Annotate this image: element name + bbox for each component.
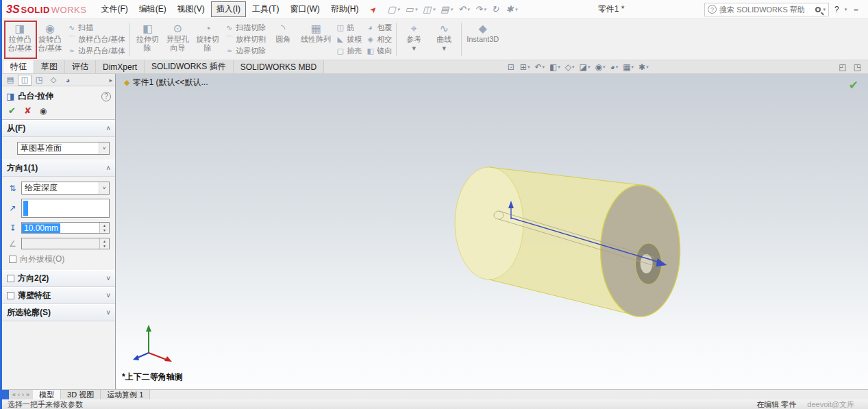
tab-solidworks-mbd[interactable]: SOLIDWORKS MBD — [234, 60, 324, 73]
first-tab-icon[interactable]: « — [12, 391, 16, 398]
chevron-down-icon[interactable]: ▾ — [823, 7, 826, 12]
spin-up-icon[interactable]: ▲ — [100, 238, 109, 244]
reference-geometry-button[interactable]: ⌖ 参考 ▾ — [399, 20, 429, 59]
tab-sketch[interactable]: 草图 — [34, 60, 65, 73]
view-orientation-icon[interactable]: ◇▾ — [565, 62, 575, 72]
swept-boss-button[interactable]: ∿ 扫描 — [67, 22, 125, 33]
cancel-button[interactable]: ✘ — [24, 106, 32, 116]
tab-evaluate[interactable]: 评估 — [65, 60, 96, 73]
tab-solidworks-addins[interactable]: SOLIDWORKS 插件 — [145, 60, 234, 73]
boundary-cut-button[interactable]: ≈ 边界切除 — [225, 45, 266, 56]
menu-view[interactable]: 视图(V) — [173, 2, 210, 16]
previous-view-icon[interactable]: ↶▾ — [534, 62, 545, 72]
revolved-boss-button[interactable]: ◉ 旋转凸 台/基体 — [35, 20, 65, 59]
end-condition-select[interactable]: 给定深度 ˅ — [21, 182, 110, 195]
lofted-boss-button[interactable]: ⌒ 放样凸台/基体 — [67, 34, 125, 45]
last-tab-icon[interactable]: » — [26, 391, 29, 398]
edit-appearance-icon[interactable]: ◕▾ — [610, 62, 618, 72]
menu-window[interactable]: 窗口(W) — [285, 2, 324, 16]
section-thin-feature-header[interactable]: 薄壁特征 ˅ — [2, 287, 115, 304]
swept-cut-button[interactable]: ∿ 扫描切除 — [225, 22, 266, 33]
save-button[interactable]: ◫ ▾ — [419, 4, 436, 14]
print-button[interactable]: ▤ ▾ — [437, 4, 454, 14]
search-input[interactable] — [719, 5, 812, 14]
tab-motion-study[interactable]: 运动算例 1 — [101, 390, 150, 399]
section-selected-contours-header[interactable]: 所选轮廓(S) ˅ — [2, 304, 115, 321]
section-view-icon[interactable]: ◧▾ — [549, 62, 560, 72]
extruded-cut-button[interactable]: ◧ 拉伸切 除 — [132, 20, 162, 59]
minimize-button[interactable]: – — [848, 5, 864, 14]
featuremanager-design-tree-tab[interactable]: ▤ — [3, 75, 17, 86]
wrap-button[interactable]: ◕ 包覆 — [366, 22, 392, 33]
open-button[interactable]: ▭ ▾ — [401, 4, 418, 14]
detailed-preview-icon[interactable]: ◉ — [40, 106, 47, 116]
section-direction1-header[interactable]: 方向1(1) ˄ — [2, 160, 115, 177]
previous-tab-icon[interactable]: ‹ — [18, 391, 20, 398]
draft-button[interactable]: ◣ 拔模 — [336, 34, 362, 45]
revolved-cut-button[interactable]: ◔ 旋转切 除 — [193, 20, 223, 59]
options-button[interactable]: ✱ ▾ — [502, 4, 517, 14]
section-direction2-header[interactable]: 方向2(2) ˅ — [2, 270, 115, 287]
graphics-viewport[interactable]: ◆ 零件1 (默认<<默认... ✔ *上下二等角轴测 — [116, 74, 868, 389]
collapse-taskpane-icon[interactable]: ◰ — [839, 62, 846, 72]
menu-file[interactable]: 文件(F) — [96, 2, 132, 16]
confirmation-corner-ok-icon[interactable]: ✔ — [849, 78, 858, 92]
hole-wizard-button[interactable]: ⊙ 异型孔 向导 — [162, 20, 193, 59]
hide-show-items-icon[interactable]: ◉▾ — [595, 62, 605, 72]
propertymanager-tab[interactable]: ◫ — [18, 75, 32, 86]
spin-down-icon[interactable]: ▼ — [100, 244, 109, 249]
thin-feature-checkbox[interactable] — [7, 292, 14, 299]
spinner-arrows[interactable]: ▲ ▼ — [99, 238, 109, 249]
next-tab-icon[interactable]: › — [22, 391, 24, 398]
tab-overflow-arrow[interactable]: ▸ — [109, 77, 114, 84]
help-search-box[interactable]: ? ▾ — [704, 3, 829, 16]
tab-model[interactable]: 模型 — [33, 390, 61, 399]
direction-selection-box[interactable] — [21, 199, 110, 218]
flyout-feature-tree[interactable]: ◆ 零件1 (默认<<默认... — [124, 77, 208, 88]
undo-button[interactable]: ↶ ▾ — [455, 4, 470, 14]
menu-help[interactable]: 帮助(H) — [326, 2, 364, 16]
shell-button[interactable]: ▢ 抽壳 — [336, 45, 362, 56]
new-document-button[interactable]: ▢ ▾ — [384, 4, 400, 14]
spinner-arrows[interactable]: ▲ ▼ — [99, 223, 109, 233]
spin-down-icon[interactable]: ▼ — [100, 228, 109, 234]
start-condition-select[interactable]: 草图基准面 ˅ — [17, 142, 110, 155]
displaymanager-tab[interactable]: ◕ — [61, 75, 75, 86]
tab-features[interactable]: 特征 — [3, 60, 34, 73]
redo-button[interactable]: ↷ ▾ — [471, 4, 486, 14]
pin-menu-icon[interactable]: ➤ — [368, 3, 380, 15]
menu-insert[interactable]: 插入(I) — [211, 1, 246, 17]
view-settings-icon[interactable]: ✱▾ — [638, 62, 649, 72]
search-icon[interactable] — [815, 7, 821, 12]
expand-taskpane-icon[interactable]: ◳ — [854, 62, 861, 72]
rib-button[interactable]: ◫ 筋 — [336, 22, 362, 33]
instant3d-button[interactable]: ◆ Instant3D — [464, 20, 501, 59]
rebuild-button[interactable]: ↻ — [488, 4, 501, 14]
configurationmanager-tab[interactable]: ◳ — [32, 75, 46, 86]
zoom-to-fit-icon[interactable]: ⊡ — [508, 62, 515, 72]
lofted-cut-button[interactable]: ⌒ 放样切割 — [225, 34, 266, 45]
help-icon[interactable]: ? — [101, 92, 111, 101]
direction2-checkbox[interactable] — [7, 275, 14, 282]
dimxpertmanager-tab[interactable]: ◇ — [47, 75, 60, 86]
reverse-direction-icon[interactable]: ⇅ — [8, 184, 18, 193]
draft-outward-checkbox[interactable] — [9, 256, 16, 263]
tab-dimxpert[interactable]: DimXpert — [96, 60, 145, 73]
spin-up-icon[interactable]: ▲ — [100, 223, 109, 228]
section-from-header[interactable]: 从(F) ˄ — [2, 120, 115, 137]
mirror-button[interactable]: ◧ 镜向 — [366, 45, 392, 56]
draft-input[interactable]: ▲ ▼ — [21, 238, 110, 249]
apply-scene-icon[interactable]: ▦▾ — [623, 62, 634, 72]
display-style-icon[interactable]: ◪▾ — [580, 62, 591, 72]
extruded-boss-button[interactable]: ◨ 拉伸凸 台/基体 — [5, 20, 35, 59]
fillet-button[interactable]: ◝ 圆角 — [268, 20, 298, 59]
help-menu-button[interactable]: ? — [830, 5, 843, 14]
linear-pattern-button[interactable]: ▦ 线性阵列 — [298, 20, 334, 59]
menu-tools[interactable]: 工具(T) — [247, 2, 284, 16]
intersect-button[interactable]: ◈ 相交 — [366, 34, 392, 45]
boundary-boss-button[interactable]: ≈ 边界凸台/基体 — [67, 45, 125, 56]
depth-input[interactable]: 10.00mm ▲ ▼ — [21, 222, 110, 234]
menu-edit[interactable]: 编辑(E) — [134, 2, 171, 16]
model-3d[interactable] — [116, 74, 868, 389]
curves-button[interactable]: ∿ 曲线 ▾ — [429, 20, 459, 59]
